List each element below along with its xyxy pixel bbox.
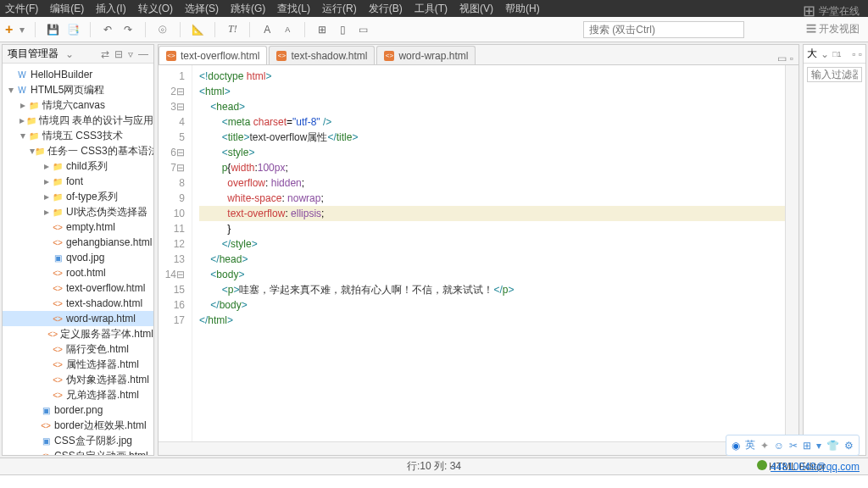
tab-word-wrap[interactable]: <>word-wrap.html (376, 46, 476, 64)
menu-edit[interactable]: 编辑(E) (50, 2, 84, 16)
link-editor-icon[interactable]: ⇄ (101, 48, 109, 60)
font-bigger-icon[interactable]: A (260, 23, 274, 36)
editor-tabs: <>text-overflow.html <>text-shadow.html … (158, 44, 799, 64)
tree-item[interactable]: ▣border.png (3, 402, 153, 418)
vertical-scrollbar[interactable] (785, 65, 798, 455)
search-box (583, 21, 744, 38)
line-gutter: 12⊟3⊟456⊟7⊟891011121314⊟151617 (159, 65, 192, 455)
code-content[interactable]: <!doctype html> <html> <head> <meta char… (192, 65, 798, 455)
undo-icon[interactable]: ⦾ (156, 23, 170, 36)
forward-icon[interactable]: ↷ (121, 23, 135, 36)
menu-run[interactable]: 运行(R) (322, 2, 357, 16)
tree-item[interactable]: <>word-wrap.html (3, 311, 153, 326)
panel-pin-icon[interactable]: ⌄ (65, 48, 74, 60)
device-icon[interactable]: ▯ (336, 23, 349, 36)
html-file-icon: <> (276, 51, 287, 61)
search-input[interactable] (583, 21, 744, 38)
horizontal-scrollbar[interactable] (159, 441, 785, 455)
watermark-logo: ⊞学堂在线 (803, 2, 860, 20)
menu-select[interactable]: 选择(S) (185, 2, 219, 16)
menu-bar: 文件(F) 编辑(E) 插入(I) 转义(O) 选择(S) 跳转(G) 查找(L… (0, 0, 868, 17)
tree-item[interactable]: ▸📁of-type系列 (3, 189, 153, 204)
menu-find[interactable]: 查找(L) (277, 2, 310, 16)
new-button[interactable]: + (5, 22, 13, 37)
panel-min-icon[interactable]: ▫ ▫ (852, 48, 862, 60)
tree-item[interactable]: ▸📁情境四 表单的设计与应用 (3, 113, 153, 128)
tree-item[interactable]: ▸📁UI状态伪类选择器 (3, 204, 153, 219)
save-all-icon[interactable]: 📑 (66, 23, 80, 36)
back-icon[interactable]: ↶ (101, 23, 114, 36)
ime-toolbar[interactable]: ◉英 ✦☺✂⊞▾👕⚙ (726, 435, 860, 456)
html-file-icon: <> (166, 51, 176, 61)
tab-text-overflow[interactable]: <>text-overflow.html (159, 46, 267, 64)
menu-file[interactable]: 文件(F) (5, 2, 38, 16)
tree-item[interactable]: <>gehangbianse.html (3, 235, 153, 250)
explorer-icon[interactable]: ⊞ (315, 23, 329, 36)
panel-menu-icon[interactable]: ▿ (128, 48, 133, 60)
menu-view[interactable]: 视图(V) (459, 2, 493, 16)
tree-item[interactable]: <>伪对象选择器.html (3, 372, 153, 387)
tree-item[interactable]: <>text-overflow.html (3, 280, 153, 296)
minimize-icon[interactable]: — (138, 48, 148, 60)
tree-item[interactable]: ▾📁任务一 CSS3的基本语法 (3, 143, 153, 158)
tree-item[interactable]: <>root.html (3, 265, 153, 280)
menu-publish[interactable]: 发行(B) (369, 2, 403, 16)
tree-item[interactable]: ▸📁child系列 (3, 158, 153, 174)
collapse-all-icon[interactable]: ⊟ (114, 48, 123, 60)
menu-insert[interactable]: 插入(I) (96, 2, 125, 16)
tree-item[interactable]: WHelloHBuilder (3, 67, 153, 82)
save-icon[interactable]: 💾 (46, 23, 59, 36)
tree-item[interactable]: <>属性选择器.html (3, 357, 153, 372)
tree-item[interactable]: ▸📁情境六canvas (3, 97, 153, 113)
tree-item[interactable]: <>empty.html (3, 219, 153, 235)
tree-item[interactable]: ▣qvod.jpg (3, 250, 153, 265)
menu-escape[interactable]: 转义(O) (138, 2, 173, 16)
format-icon[interactable]: 📐 (191, 23, 204, 36)
tree-item[interactable]: <>CSS自定义动画.html (3, 448, 153, 455)
account-link[interactable]: 44810049@qq.com (771, 461, 860, 473)
cursor-position: 行:10 列: 34 (407, 459, 461, 474)
tree-item[interactable]: ▣CSS盒子阴影.jpg (3, 433, 153, 448)
preview-icon[interactable]: ▭ (356, 23, 370, 36)
status-bar: 行:10 列: 34 HTML Editor 44810049@qq.com (0, 458, 868, 474)
project-panel-title: 项目管理器 (8, 47, 58, 61)
tree-item[interactable]: ▸📁font (3, 174, 153, 189)
tree-item[interactable]: ▾WHTML5网页编程 (3, 82, 153, 97)
project-tree[interactable]: WHelloHBuilder▾WHTML5网页编程▸📁情境六canvas▸📁情境… (3, 64, 153, 455)
menu-tools[interactable]: 工具(T) (415, 2, 448, 16)
tab-text-shadow[interactable]: <>text-shadow.html (269, 46, 375, 64)
code-editor[interactable]: 12⊟3⊟456⊟7⊟891011121314⊟151617 <!doctype… (158, 64, 799, 456)
text-icon[interactable]: T! (225, 23, 239, 36)
tree-item[interactable]: ▾📁情境五 CSS3技术 (3, 128, 153, 143)
menu-help[interactable]: 帮助(H) (505, 2, 540, 16)
footer-bar (0, 474, 868, 488)
tree-item[interactable]: <>隔行变色.html (3, 341, 153, 357)
outline-filter-input[interactable] (807, 67, 862, 82)
outline-tab[interactable]: 大 (807, 47, 817, 61)
project-explorer: 项目管理器 ⌄ ⇄ ⊟ ▿ — WHelloHBuilder▾WHTML5网页编… (2, 44, 154, 456)
tree-item[interactable]: <>定义服务器字体.html (3, 326, 153, 341)
menu-goto[interactable]: 跳转(G) (231, 2, 265, 16)
editor-min-icon[interactable]: ▭ ▫ (772, 53, 798, 64)
html-file-icon: <> (384, 51, 394, 61)
toolbar: +▾ 💾 📑 ↶ ↷ ⦾ 📐 T! A A ⊞ ▯ ▭ ☰ 开发视图 (0, 17, 868, 42)
font-smaller-icon[interactable]: A (281, 23, 294, 36)
tree-item[interactable]: <>text-shadow.html (3, 296, 153, 311)
outline-panel: 大⌄ □1 ▫ ▫ (803, 44, 866, 456)
account-icon (757, 460, 767, 470)
tree-item[interactable]: <>border边框效果.html (3, 418, 153, 433)
perspective-label[interactable]: ☰ 开发视图 (806, 22, 860, 36)
tree-item[interactable]: <>兄弟选择器.html (3, 387, 153, 402)
